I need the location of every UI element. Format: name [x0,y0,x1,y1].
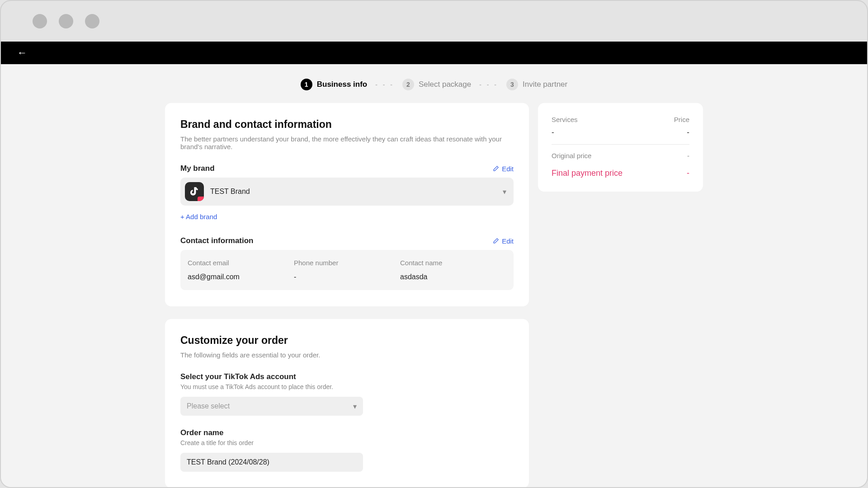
edit-brand-button[interactable]: Edit [492,165,514,173]
window-dot [33,14,47,28]
chevron-down-icon: ▾ [503,188,506,196]
step-separator: - - - [375,81,394,88]
contact-phone-label: Phone number [294,259,400,267]
final-price-label: Final payment price [552,169,623,178]
edit-label: Edit [502,165,514,173]
brand-select[interactable]: TEST Brand ▾ [180,178,514,206]
final-price-value: - [687,169,689,178]
contact-email-value: asd@gmail.com [188,273,294,281]
brand-contact-card: Brand and contact information The better… [165,103,529,306]
summary-value-row: - - [552,128,689,145]
step-business-info[interactable]: 1 Business info [301,79,367,90]
order-name-input-wrapper [180,453,363,472]
back-arrow-icon[interactable]: ← [17,47,27,59]
contact-name-label: Contact name [400,259,506,267]
window-titlebar [1,1,867,42]
contact-name-col: Contact name asdasda [400,259,506,281]
step-separator: - - - [479,81,498,88]
ads-account-select[interactable]: Please select ▾ [180,397,363,416]
price-header: Price [674,116,689,123]
window-dot [85,14,99,28]
order-name-label: Order name [180,428,514,437]
final-price-row: Final payment price - [552,169,689,178]
contact-email-label: Contact email [188,259,294,267]
contact-block: Contact email asd@gmail.com Phone number… [180,250,514,290]
brand-badge [198,197,204,201]
contact-info-label: Contact information [180,236,254,245]
price-value: - [687,128,689,137]
tiktok-icon [189,186,200,197]
original-price-label: Original price [552,152,591,160]
top-nav-bar: ← [1,42,867,64]
step-number: 2 [402,79,414,90]
contact-email-col: Contact email asd@gmail.com [188,259,294,281]
services-header: Services [552,116,578,123]
add-brand-button[interactable]: + Add brand [180,213,217,221]
step-number: 1 [301,79,312,90]
main-column: Brand and contact information The better… [165,103,529,488]
window-dot [59,14,73,28]
card-title: Brand and contact information [180,118,514,131]
chevron-down-icon: ▾ [353,402,357,411]
pencil-icon [492,165,499,172]
card-title: Customize your order [180,334,514,347]
contact-name-value: asdasda [400,273,506,281]
step-label: Select package [419,80,471,89]
step-label: Invite partner [523,80,567,89]
step-invite-partner[interactable]: 3 Invite partner [506,79,567,90]
ads-account-placeholder: Please select [187,402,230,410]
step-select-package[interactable]: 2 Select package [402,79,471,90]
card-subtitle: The following fields are essential to yo… [180,351,514,359]
order-name-input[interactable] [187,458,357,466]
ads-account-label: Select your TikTok Ads account [180,372,514,381]
customize-order-card: Customize your order The following field… [165,319,529,488]
edit-label: Edit [502,237,514,245]
my-brand-label: My brand [180,164,215,173]
price-summary-card: Services Price - - Original price - Fina… [538,103,703,192]
my-brand-header: My brand Edit [180,164,514,173]
stepper: 1 Business info - - - 2 Select package -… [1,64,867,103]
brand-avatar [185,182,204,201]
services-value: - [552,128,554,137]
card-subtitle: The better partners understand your bran… [180,135,514,150]
summary-column: Services Price - - Original price - Fina… [538,103,703,488]
contact-phone-value: - [294,273,400,281]
summary-header-row: Services Price [552,116,689,123]
order-name-hint: Create a title for this order [180,439,514,446]
contact-phone-col: Phone number - [294,259,400,281]
pencil-icon [492,238,499,244]
original-price-value: - [687,152,689,160]
step-label: Business info [317,80,367,89]
contact-info-header: Contact information Edit [180,236,514,245]
content-row: Brand and contact information The better… [1,103,867,488]
ads-account-hint: You must use a TikTok Ads account to pla… [180,383,514,390]
page-body: 1 Business info - - - 2 Select package -… [1,64,867,488]
browser-frame: ← 1 Business info - - - 2 Select package… [0,0,868,488]
brand-name: TEST Brand [210,188,496,196]
original-price-row: Original price - [552,152,689,160]
edit-contact-button[interactable]: Edit [492,237,514,245]
step-number: 3 [506,79,518,90]
